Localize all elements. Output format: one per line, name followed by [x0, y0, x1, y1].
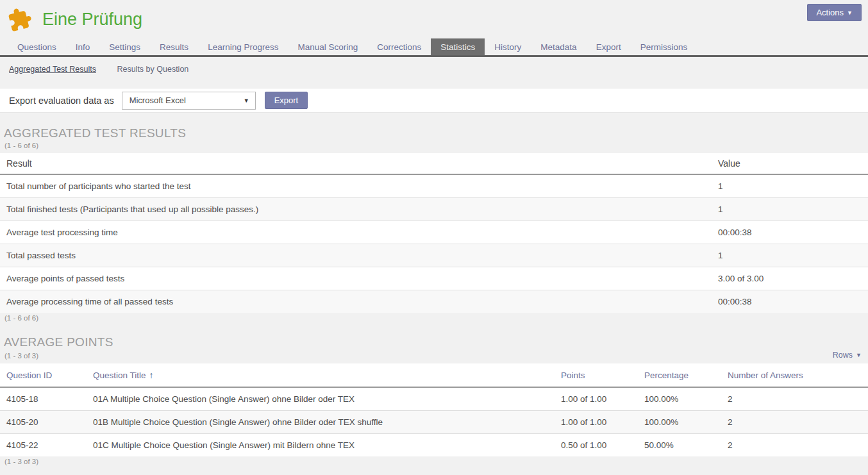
chevron-down-icon: ▼	[856, 352, 862, 358]
tab-results[interactable]: Results	[150, 38, 198, 55]
export-label: Export evaluation data as	[9, 96, 114, 106]
table-row: Average test processing time 00:00:38	[0, 221, 868, 244]
average-points-range-top: (1 - 3 of 3)	[4, 352, 38, 360]
question-id-cell: 4105-18	[0, 387, 87, 411]
export-button[interactable]: Export	[265, 92, 308, 109]
question-title-cell: 01A Multiple Choice Question (Single Ans…	[87, 387, 555, 411]
tab-history[interactable]: History	[485, 38, 531, 55]
value-cell: 1	[712, 174, 868, 198]
aggregated-results-range-bottom: (1 - 6 of 6)	[4, 314, 868, 322]
tab-permissions[interactable]: Permissions	[631, 38, 697, 55]
average-points-title: AVERAGE POINTS	[4, 335, 868, 349]
actions-button[interactable]: Actions▼	[807, 4, 862, 21]
column-header-points[interactable]: Points	[555, 363, 638, 387]
column-header-result: Result	[0, 153, 712, 174]
tab-learning-progress[interactable]: Learning Progress	[198, 38, 288, 55]
question-id-cell: 4105-20	[0, 411, 87, 434]
value-cell: 3.00 of 3.00	[712, 267, 868, 290]
column-header-question-title[interactable]: Question Title↑	[87, 363, 555, 387]
table-header-row: Question ID Question Title↑ Points Perce…	[0, 363, 868, 387]
header: Eine Prüfung Actions▼	[0, 0, 868, 38]
table-header-row: Result Value	[0, 153, 868, 174]
answers-cell: 2	[721, 434, 868, 457]
column-header-percentage[interactable]: Percentage	[638, 363, 721, 387]
export-format-select-wrap: Microsoft Excel ▼	[122, 92, 256, 110]
table-row: 4105-18 01A Multiple Choice Question (Si…	[0, 387, 868, 411]
aggregated-results-title: AGGREGATED TEST RESULTS	[4, 126, 868, 140]
table-row: Total passed tests 1	[0, 244, 868, 267]
table-row: Total finished tests (Participants that …	[0, 198, 868, 221]
average-points-meta: (1 - 3 of 3) Rows▼	[0, 351, 868, 363]
subtab-bar: Aggregated Test Results Results by Quest…	[0, 57, 868, 81]
answers-cell: 2	[721, 411, 868, 434]
question-title-cell: 01C Multiple Choice Question (Single Ans…	[87, 434, 555, 457]
table-row: Average processing time of all passed te…	[0, 290, 868, 313]
question-title-cell: 01B Multiple Choice Question (Single Ans…	[87, 411, 555, 434]
tab-corrections[interactable]: Corrections	[367, 38, 431, 55]
points-cell: 1.00 of 1.00	[555, 387, 638, 411]
aggregated-results-table: Result Value Total number of participant…	[0, 153, 868, 313]
value-cell: 1	[712, 244, 868, 267]
aggregated-results-range-top: (1 - 6 of 6)	[4, 142, 868, 149]
value-cell: 00:00:38	[712, 290, 868, 313]
column-header-number-of-answers[interactable]: Number of Answers	[721, 363, 868, 387]
actions-button-label: Actions	[816, 8, 844, 17]
question-id-cell: 4105-22	[0, 434, 87, 457]
result-cell: Total finished tests (Participants that …	[0, 198, 712, 221]
percentage-cell: 100.00%	[638, 411, 721, 434]
tab-questions[interactable]: Questions	[8, 38, 66, 55]
average-points-range-bottom: (1 - 3 of 3)	[4, 458, 868, 465]
sort-ascending-icon: ↑	[149, 370, 154, 380]
points-cell: 0.50 of 1.00	[555, 434, 638, 457]
points-cell: 1.00 of 1.00	[555, 411, 638, 434]
tab-statistics[interactable]: Statistics	[431, 38, 485, 55]
value-cell: 1	[712, 198, 868, 221]
puzzle-icon	[8, 7, 32, 31]
percentage-cell: 100.00%	[638, 387, 721, 411]
table-row: 4105-20 01B Multiple Choice Question (Si…	[0, 411, 868, 434]
average-points-table: Question ID Question Title↑ Points Perce…	[0, 363, 868, 456]
tab-export[interactable]: Export	[587, 38, 631, 55]
tab-settings[interactable]: Settings	[99, 38, 150, 55]
page-title: Eine Prüfung	[42, 10, 142, 29]
table-row: 4105-22 01C Multiple Choice Question (Si…	[0, 434, 868, 457]
answers-cell: 2	[721, 387, 868, 411]
rows-dropdown[interactable]: Rows▼	[833, 351, 862, 360]
column-header-question-id[interactable]: Question ID	[0, 363, 87, 387]
column-header-value: Value	[712, 153, 868, 174]
tab-bar: Questions Info Settings Results Learning…	[0, 38, 868, 57]
subtab-results-by-question[interactable]: Results by Question	[117, 65, 188, 74]
table-row: Average points of passed tests 3.00 of 3…	[0, 267, 868, 290]
value-cell: 00:00:38	[712, 221, 868, 244]
table-row: Total number of participants who started…	[0, 174, 868, 198]
result-cell: Total number of participants who started…	[0, 174, 712, 198]
result-cell: Total passed tests	[0, 244, 712, 267]
tab-metadata[interactable]: Metadata	[531, 38, 586, 55]
tab-info[interactable]: Info	[66, 38, 100, 55]
rows-dropdown-label: Rows	[833, 351, 853, 360]
export-panel: Export evaluation data as Microsoft Exce…	[0, 88, 868, 113]
percentage-cell: 50.00%	[638, 434, 721, 457]
result-cell: Average points of passed tests	[0, 267, 712, 290]
result-cell: Average processing time of all passed te…	[0, 290, 712, 313]
chevron-down-icon: ▼	[847, 10, 853, 16]
tab-manual-scoring[interactable]: Manual Scoring	[288, 38, 367, 55]
subtab-aggregated-test-results[interactable]: Aggregated Test Results	[9, 65, 96, 74]
export-format-select[interactable]: Microsoft Excel	[122, 92, 255, 109]
result-cell: Average test processing time	[0, 221, 712, 244]
